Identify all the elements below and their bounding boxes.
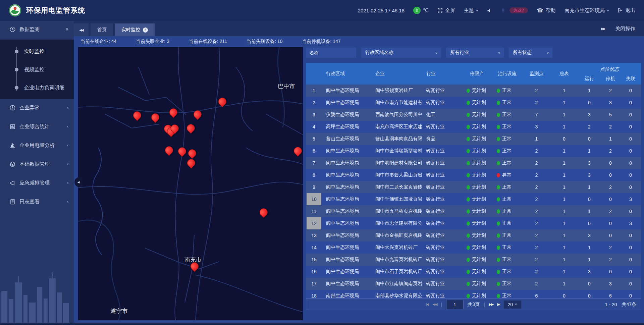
cell-region: 仪陇生态环境局 [323, 109, 371, 121]
cell-running: 0 [578, 278, 601, 290]
notification-bell[interactable]: 2632 [500, 7, 528, 13]
enterprise-table-panel: 行政区域名称 ∨ 所有行业 ∨ 所有状态 ∨ 行政区域 企业 行业 停限产 治污… [306, 47, 641, 310]
cell-stopped: 0 [601, 229, 620, 241]
prev-page-button[interactable]: ◀◀ [433, 302, 437, 307]
cell-lost: 0 [620, 169, 641, 181]
sidebar-subitem[interactable]: 实时监控 [0, 42, 74, 60]
cell-index: 9 [306, 181, 323, 193]
cell-company: 阆中市五马桥页岩机砖 [371, 205, 422, 217]
status-dot-icon [497, 246, 500, 250]
bar-chart-icon [9, 142, 16, 149]
table-row[interactable]: 3仪陇生态环境局西南油气田分公司川中化工无计划正常71350 [306, 109, 641, 121]
status-summary-bar: 当前在线企业: 44当前失联企业: 3当前在线设备: 211当前失联设备: 10… [74, 36, 644, 47]
cell-lost: 0 [620, 229, 641, 241]
table-row[interactable]: 10阆中生态环境局阆中千佛镇五郎垭页岩砖瓦行业无计划正常21003 [306, 193, 641, 205]
chevron-down-icon: ∨ [435, 51, 438, 54]
sidebar-item-6[interactable]: 应急减排管理‹ [0, 174, 74, 191]
cell-running: 3 [578, 157, 601, 169]
city-label: 遂宁市 [111, 307, 128, 315]
tab-home[interactable]: 首页 [91, 23, 113, 36]
table-row[interactable]: 2阆中生态环境局阆中市南方节能建材有砖瓦行业无计划正常21030 [306, 97, 641, 109]
table-row[interactable]: 15阆中生态环境局阆中市光富页岩机砖厂砖瓦行业无计划正常21120 [306, 254, 641, 266]
name-filter-input[interactable] [306, 48, 356, 58]
map-collapse-button[interactable]: ◀ [74, 177, 83, 187]
table-row[interactable]: 16阆中生态环境局阆中市石子页岩机砖厂砖瓦行业无计划正常21300 [306, 266, 641, 278]
help-button[interactable]: ☎ 帮助 [537, 7, 556, 14]
fullscreen-button[interactable]: 全屏 [437, 7, 455, 14]
cell-stopped: 0 [601, 169, 620, 181]
cell-production: 无计划 [462, 133, 492, 145]
status-dot-icon [467, 246, 470, 250]
tab-realtime-monitor[interactable]: 实时监控 × [115, 23, 155, 36]
logout-button[interactable]: 退出 [618, 7, 635, 14]
cell-total-meter: 1 [551, 85, 578, 97]
cell-total-meter: 1 [551, 193, 578, 205]
page-size-select[interactable]: 20 ∨ [504, 301, 521, 309]
col-company: 企业 [371, 63, 422, 85]
table-row[interactable]: 17阆中生态环境局阆中市江南镇阆南页岩砖瓦行业无计划正常21030 [306, 278, 641, 290]
status-filter-select[interactable]: 所有状态 ∨ [509, 48, 552, 58]
sidebar-item-4[interactable]: 企业用电量分析‹ [0, 137, 74, 154]
cell-monitor-points: 2 [522, 254, 551, 266]
tab-close-icon[interactable]: × [143, 28, 148, 33]
status-dot-icon [467, 137, 470, 141]
sidebar-item-1[interactable]: 数据监测∨ [0, 21, 74, 38]
cell-facility: 正常 [492, 181, 522, 193]
industry-filter-select[interactable]: 所有行业 ∨ [446, 48, 504, 58]
map-panel[interactable]: 巴中市南充市遂宁市 [78, 47, 303, 320]
cell-stopped: 2 [601, 85, 620, 97]
region-filter-select[interactable]: 行政区域名称 ∨ [361, 48, 441, 58]
cell-facility: 正常 [492, 254, 522, 266]
tabs-scroll-right-button[interactable]: ▶▶ [601, 27, 605, 31]
table-row[interactable]: 14阆中生态环境局阆中大兴页岩机砖厂砖瓦行业无计划正常21120 [306, 241, 641, 254]
cell-company: 阆中市光富页岩机砖厂 [371, 254, 422, 266]
cell-monitor-points: 7 [522, 109, 551, 121]
last-page-button[interactable]: ▶| [497, 302, 499, 307]
user-dropdown[interactable]: 南充市生态环境局 ▾ [565, 7, 609, 14]
status-dot-icon [497, 101, 500, 105]
cell-region: 阆中生态环境局 [323, 181, 371, 193]
table-row[interactable]: 6阆中生态环境局阆中市金博瑞新型墙材砖瓦行业无计划正常21120 [306, 145, 641, 157]
cell-lost: 0 [620, 145, 641, 157]
cell-monitor-points: 2 [522, 157, 551, 169]
page-number-input[interactable] [446, 300, 464, 309]
sidebar-item-5[interactable]: 基础数据管理‹ [0, 156, 74, 172]
speaker-button[interactable] [487, 8, 492, 13]
sidebar-subitem[interactable]: 企业电力负荷明细 [0, 78, 74, 97]
cell-industry: 砖瓦行业 [422, 97, 462, 109]
cell-production: 无计划 [462, 157, 492, 169]
close-operations-button[interactable]: 关闭操作 [615, 25, 635, 32]
cell-stopped: 2 [601, 241, 620, 254]
cell-index: 15 [306, 254, 323, 266]
sidebar-subitem[interactable]: 视频监控 [0, 60, 74, 78]
table-row[interactable]: 8阆中生态环境局阆中市枣碧大梁山页岩砖瓦行业无计划异常21300 [306, 169, 641, 181]
caret-down-icon: ▾ [476, 9, 478, 12]
table-row[interactable]: 18南部生态环境局南部县砂华水泥有限公砖瓦行业无计划正常60060 [306, 290, 641, 299]
datetime: 2021-02-25 17:46:18 [358, 8, 405, 13]
cell-stopped: 3 [601, 97, 620, 109]
status-dot-icon [467, 161, 470, 165]
table-row[interactable]: 11阆中生态环境局阆中市五马桥页岩机砖砖瓦行业无计划正常21120 [306, 205, 641, 217]
cell-monitor-points: 2 [522, 241, 551, 254]
cell-index: 8 [306, 169, 323, 181]
sidebar-item-2[interactable]: 企业异常‹ [0, 99, 74, 116]
first-page-button[interactable]: |◀ [426, 302, 428, 307]
theme-dropdown[interactable]: 主题 ▾ [464, 7, 478, 14]
cell-facility: 正常 [492, 278, 522, 290]
table-row[interactable]: 12阆中生态环境局阆中市忠信建材有限公砖瓦行业无计划正常21003 [306, 217, 641, 229]
table-row[interactable]: 1阆中生态环境局阆中强锐页岩砖厂砖瓦行业无计划正常21120 [306, 85, 641, 97]
table-row[interactable]: 4高坪生态环境局南充市高坪区王家店建砖瓦行业无计划正常31220 [306, 121, 641, 133]
table-row[interactable]: 7阆中生态环境局阆中明阳建材有限公司砖瓦行业无计划正常21300 [306, 157, 641, 169]
cell-monitor-points: 2 [522, 217, 551, 229]
cell-total-meter: 1 [551, 145, 578, 157]
tabs-scroll-left-button[interactable]: ◀◀ [74, 23, 89, 36]
cell-monitor-points: 2 [522, 205, 551, 217]
table-row[interactable]: 13阆中生态环境局阆中市金福旺页岩机砖砖瓦行业无计划正常21300 [306, 229, 641, 241]
sidebar-item-7[interactable]: 日志查看‹ [0, 193, 74, 210]
table-row[interactable]: 5营山生态环境局营山县润丰肉食品有限食品无计划正常10010 [306, 133, 641, 145]
sidebar-item-3[interactable]: 企业综合统计‹ [0, 118, 74, 135]
cell-industry: 砖瓦行业 [422, 157, 462, 169]
cell-monitor-points: 3 [522, 121, 551, 133]
table-row[interactable]: 9阆中生态环境局阆中市二龙长宝页岩砖砖瓦行业无计划正常21120 [306, 181, 641, 193]
next-page-button[interactable]: ▶▶ [489, 302, 493, 307]
